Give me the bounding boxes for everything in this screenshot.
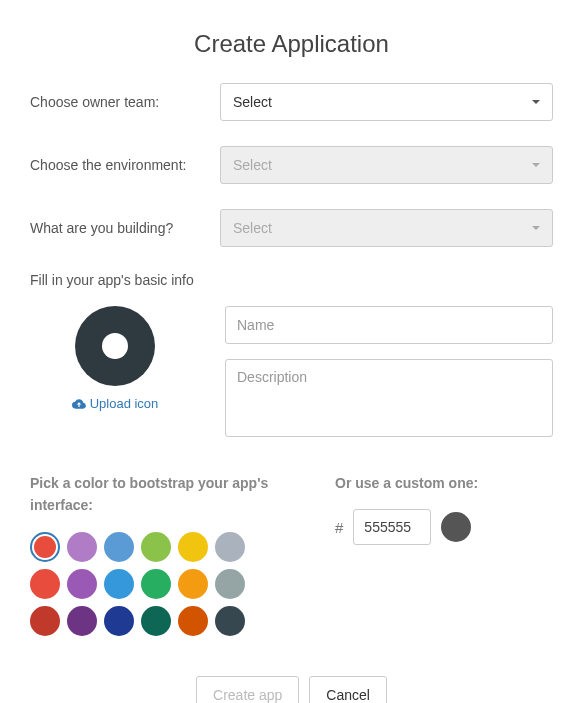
owner-team-select-value: Select bbox=[233, 94, 272, 110]
chevron-down-icon bbox=[532, 163, 540, 167]
building-row: What are you building? Select bbox=[30, 209, 553, 247]
basic-info-row: Upload icon bbox=[30, 306, 553, 437]
color-swatch[interactable] bbox=[67, 606, 97, 636]
color-swatch[interactable] bbox=[141, 606, 171, 636]
color-swatch[interactable] bbox=[30, 532, 60, 562]
cancel-button[interactable]: Cancel bbox=[309, 676, 387, 703]
page-title: Create Application bbox=[30, 30, 553, 58]
hash-label: # bbox=[335, 519, 343, 536]
app-icon-preview bbox=[75, 306, 155, 386]
upload-icon-link[interactable]: Upload icon bbox=[72, 396, 159, 411]
chevron-down-icon bbox=[532, 226, 540, 230]
color-swatch[interactable] bbox=[67, 569, 97, 599]
cloud-upload-icon bbox=[72, 397, 86, 411]
custom-hex-input[interactable] bbox=[353, 509, 431, 545]
custom-color-preview bbox=[441, 512, 471, 542]
color-swatch[interactable] bbox=[104, 569, 134, 599]
color-swatch[interactable] bbox=[67, 532, 97, 562]
color-swatch[interactable] bbox=[215, 606, 245, 636]
custom-color-row: # bbox=[335, 509, 553, 545]
upload-icon-label: Upload icon bbox=[90, 396, 159, 411]
color-swatch[interactable] bbox=[178, 532, 208, 562]
color-swatch[interactable] bbox=[215, 569, 245, 599]
color-section: Pick a color to bootstrap your app's int… bbox=[30, 472, 553, 636]
swatch-column: Pick a color to bootstrap your app's int… bbox=[30, 472, 315, 636]
custom-column: Or use a custom one: # bbox=[335, 472, 553, 636]
owner-team-label: Choose owner team: bbox=[30, 94, 220, 110]
chevron-down-icon bbox=[532, 100, 540, 104]
create-app-button: Create app bbox=[196, 676, 299, 703]
building-select-value: Select bbox=[233, 220, 272, 236]
color-swatch[interactable] bbox=[215, 532, 245, 562]
fields-column bbox=[225, 306, 553, 437]
color-swatch[interactable] bbox=[30, 606, 60, 636]
basic-info-label: Fill in your app's basic info bbox=[30, 272, 553, 288]
color-swatch[interactable] bbox=[141, 532, 171, 562]
color-swatch[interactable] bbox=[30, 569, 60, 599]
environment-row: Choose the environment: Select bbox=[30, 146, 553, 184]
color-swatch[interactable] bbox=[178, 569, 208, 599]
description-textarea[interactable] bbox=[225, 359, 553, 437]
color-swatches bbox=[30, 532, 250, 636]
action-buttons: Create app Cancel bbox=[30, 676, 553, 703]
environment-select: Select bbox=[220, 146, 553, 184]
icon-column: Upload icon bbox=[30, 306, 200, 437]
color-swatch[interactable] bbox=[141, 569, 171, 599]
environment-select-value: Select bbox=[233, 157, 272, 173]
ring-icon bbox=[102, 333, 128, 359]
owner-team-select[interactable]: Select bbox=[220, 83, 553, 121]
custom-color-label: Or use a custom one: bbox=[335, 472, 553, 494]
name-input[interactable] bbox=[225, 306, 553, 344]
building-label: What are you building? bbox=[30, 220, 220, 236]
color-swatch[interactable] bbox=[104, 532, 134, 562]
color-swatch[interactable] bbox=[104, 606, 134, 636]
environment-label: Choose the environment: bbox=[30, 157, 220, 173]
owner-team-row: Choose owner team: Select bbox=[30, 83, 553, 121]
color-swatch[interactable] bbox=[178, 606, 208, 636]
building-select: Select bbox=[220, 209, 553, 247]
swatch-section-label: Pick a color to bootstrap your app's int… bbox=[30, 472, 315, 517]
